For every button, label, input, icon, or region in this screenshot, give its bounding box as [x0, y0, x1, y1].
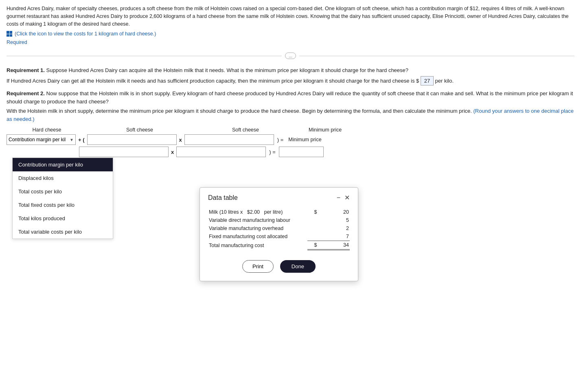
modal-footer: Print Done	[208, 260, 350, 273]
formula-select-wrapper[interactable]: Contribution margin per kilo Displaced k…	[7, 134, 76, 145]
formula-row2-input2[interactable]	[176, 147, 266, 157]
row-overhead-label: Variable manufacturing overhead	[208, 224, 307, 232]
grid-icon	[7, 31, 12, 37]
times-op-1: x	[178, 137, 183, 143]
data-table-modal: Data table − ✕ Milk (10 litres x $2.00 p…	[200, 187, 358, 281]
row-total-label: Total manufacturing cost	[208, 241, 307, 250]
divider-line-left	[7, 56, 282, 56]
dropdown-item-contribution-margin[interactable]: Contribution margin per kilo	[13, 158, 113, 171]
times-op-2: x	[170, 149, 175, 155]
dropdown-item-total-kilos-produced[interactable]: Total kilos produced	[13, 212, 113, 225]
formula-area: Hard cheese Soft cheese Soft cheese Mini…	[7, 127, 574, 157]
table-row: Variable direct manufacturing labour 5	[208, 216, 350, 224]
costs-icon-link[interactable]: (Click the icon to view the costs for 1 …	[7, 31, 574, 37]
formula-row1-input2[interactable]	[184, 134, 274, 145]
req2-text: Now suppose that the Holstein milk is in…	[7, 90, 573, 105]
required-link-text: Required	[7, 39, 27, 45]
dropdown-item-total-variable-costs[interactable]: Total variable costs per kilo	[13, 225, 113, 239]
formula-row2-result[interactable]	[279, 147, 324, 157]
row-overhead-sym	[307, 224, 319, 232]
data-table: Milk (10 litres x $2.00 per litre) $ 20 …	[208, 208, 350, 250]
required-link[interactable]: Required	[7, 39, 27, 45]
modal-controls: − ✕	[337, 195, 350, 201]
row-fixed-label: Fixed manufacturing cost allocated	[208, 232, 307, 241]
req2-title: Requirement 2. Now suppose that the Hols…	[7, 90, 574, 105]
row-fixed-sym	[307, 232, 319, 241]
req1-label: Requirement 1.	[7, 67, 45, 73]
eq-op-1: ) =	[277, 137, 284, 143]
modal-minimize-button[interactable]: −	[337, 195, 340, 201]
req1-text: Suppose Hundred Acres Dairy can acquire …	[46, 67, 409, 73]
requirement-2-section: Requirement 2. Now suppose that the Hols…	[7, 90, 574, 123]
req1-title: Requirement 1. Suppose Hundred Acres Dai…	[7, 66, 574, 74]
formula-headers: Hard cheese Soft cheese Soft cheese Mini…	[7, 127, 574, 133]
row-milk-val: 20	[318, 208, 350, 216]
req1-answer: If Hundred Acres Dairy can get all the H…	[7, 76, 574, 86]
formula-row-1: Contribution margin per kilo Displaced k…	[7, 134, 574, 145]
intro-text: Hundred Acres Dairy, maker of specialty …	[7, 6, 569, 27]
dropdown-item-total-costs[interactable]: Total costs per kilo	[13, 185, 113, 198]
row-total-sym: $	[307, 241, 319, 250]
formula-row2-input1[interactable]	[79, 147, 169, 157]
min-price-label: Minimum price	[288, 137, 321, 142]
dropdown-item-displaced-kilos[interactable]: Displaced kilos	[13, 171, 113, 185]
req1-answer-box[interactable]: 27	[421, 76, 434, 86]
dropdown-overlay: Contribution margin per kilo Displaced k…	[12, 158, 113, 239]
modal-titlebar: Data table − ✕	[208, 194, 350, 201]
formula-row1-input1[interactable]	[87, 134, 177, 145]
table-row: Fixed manufacturing cost allocated 7	[208, 232, 350, 241]
done-button[interactable]: Done	[280, 260, 316, 273]
divider-line-right	[299, 56, 574, 56]
formula-row-2: x ) =	[79, 147, 574, 157]
req1-answer-before: If Hundred Acres Dairy can get all the H…	[7, 78, 419, 84]
divider-pill: ...	[285, 53, 296, 59]
req1-answer-after: per kilo.	[435, 78, 454, 84]
row-labour-sym	[307, 216, 319, 224]
row-overhead-val: 2	[318, 224, 350, 232]
row-milk-label: Milk (10 litres x $2.00 per litre)	[208, 208, 307, 216]
row-fixed-val: 7	[318, 232, 350, 241]
formula-dropdown[interactable]: Contribution margin per kilo Displaced k…	[7, 134, 76, 145]
header-hard-cheese: Hard cheese	[12, 127, 81, 133]
eq-op-2: ) =	[269, 149, 276, 155]
icon-link-label: (Click the icon to view the costs for 1 …	[15, 31, 156, 37]
requirement-1-section: Requirement 1. Suppose Hundred Acres Dai…	[7, 66, 574, 85]
table-row: Total manufacturing cost $ 34	[208, 241, 350, 250]
intro-paragraph: Hundred Acres Dairy, maker of specialty …	[7, 5, 574, 28]
print-button[interactable]: Print	[242, 260, 274, 273]
divider: ...	[7, 53, 574, 59]
req2-note: With the Holstein milk in short supply, …	[7, 107, 574, 123]
row-milk-sym: $	[307, 208, 319, 216]
table-row: Variable manufacturing overhead 2	[208, 224, 350, 232]
modal-close-button[interactable]: ✕	[344, 195, 350, 201]
header-soft-cheese-2: Soft cheese	[199, 127, 292, 133]
row-total-val: 34	[318, 241, 350, 250]
row-labour-label: Variable direct manufacturing labour	[208, 216, 307, 224]
header-min-price: Minimum price	[309, 127, 342, 133]
header-soft-cheese-1: Soft cheese	[93, 127, 186, 133]
table-row: Milk (10 litres x $2.00 per litre) $ 20	[208, 208, 350, 216]
plus-op: + (	[77, 137, 86, 143]
req2-instruction: With the Holstein milk in short supply, …	[7, 108, 472, 114]
req2-label: Requirement 2.	[7, 90, 45, 96]
modal-title: Data table	[208, 194, 238, 201]
row-labour-val: 5	[318, 216, 350, 224]
dropdown-item-total-fixed-costs[interactable]: Total fixed costs per kilo	[13, 198, 113, 212]
